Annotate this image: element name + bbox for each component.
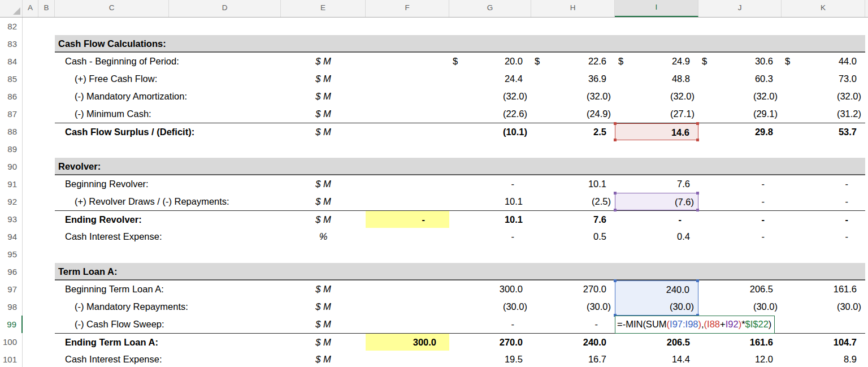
input-cell-F100[interactable]: 300.0 <box>366 334 449 351</box>
cell-C101-label[interactable]: Cash Interest Expense: <box>55 351 281 367</box>
cell-K87[interactable]: (31.2) <box>782 105 865 123</box>
cells-AB-101[interactable] <box>23 351 55 367</box>
cells-AB-96[interactable] <box>23 263 55 280</box>
cell-F99[interactable] <box>366 316 449 333</box>
cell-H99[interactable]: - <box>531 316 615 333</box>
row-header-87[interactable]: 87 <box>0 105 23 123</box>
select-all-button[interactable] <box>0 0 23 17</box>
cell-E87-unit[interactable]: $ M <box>281 105 366 123</box>
col-header-D[interactable]: D <box>169 0 281 17</box>
cells-AB-92[interactable] <box>23 193 55 210</box>
cells-AB-94[interactable] <box>23 228 55 245</box>
cell-I92[interactable]: (7.6) <box>615 193 698 210</box>
cell-F84[interactable] <box>366 53 449 70</box>
cell-H88[interactable]: 2.5 <box>531 123 615 140</box>
cell-J97[interactable]: 206.5 <box>698 280 782 298</box>
cell-H94[interactable]: 0.5 <box>531 228 615 245</box>
cell-K85[interactable]: 73.0 <box>782 70 865 88</box>
cell-E101-unit[interactable]: $ M <box>281 351 366 367</box>
cell-H101[interactable]: 16.7 <box>531 351 615 367</box>
cells-AB-85[interactable] <box>23 70 55 88</box>
cell-E86-unit[interactable]: $ M <box>281 88 366 105</box>
cell-I93[interactable]: - <box>615 211 698 228</box>
cell-C97-label[interactable]: Beginning Term Loan A: <box>55 280 281 298</box>
cell-G99[interactable]: - <box>449 316 531 333</box>
col-header-H[interactable]: H <box>531 0 615 17</box>
cell-I87[interactable]: (27.1) <box>615 105 698 123</box>
cell-G100[interactable]: 270.0 <box>449 334 531 351</box>
cell-I98[interactable]: (30.0) <box>615 298 698 316</box>
cell-C100-label[interactable]: Ending Term Loan A: <box>55 334 281 351</box>
cell-C92-label[interactable]: (+) Revolver Draws / (-) Repayments: <box>55 193 281 210</box>
col-header-E[interactable]: E <box>281 0 366 17</box>
cell-J91[interactable]: - <box>698 175 782 193</box>
cell-I91[interactable]: 7.6 <box>615 175 698 193</box>
cell-G88[interactable]: (10.1) <box>449 123 531 140</box>
col-header-G[interactable]: G <box>449 0 531 17</box>
cells-AB-82[interactable] <box>23 18 55 35</box>
col-header-K[interactable]: K <box>782 0 865 17</box>
col-header-B[interactable]: B <box>38 0 55 17</box>
cell-K84[interactable]: $44.0 <box>782 53 865 70</box>
cell-C99-label[interactable]: (-) Cash Flow Sweep: <box>55 316 281 333</box>
input-cell-F93[interactable]: - <box>366 211 449 228</box>
cells-AB-91[interactable] <box>23 175 55 193</box>
cell-J100[interactable]: 161.6 <box>698 334 782 351</box>
cell-I94[interactable]: 0.4 <box>615 228 698 245</box>
cell-K86[interactable]: (32.0) <box>782 88 865 105</box>
col-header-A[interactable]: A <box>23 0 38 17</box>
cell-K97[interactable]: 161.6 <box>782 280 865 298</box>
cell-J85[interactable]: 60.3 <box>698 70 782 88</box>
cell-E94-unit[interactable]: % <box>281 228 366 245</box>
cell-I88[interactable]: 14.6 <box>615 123 698 140</box>
cell-G87[interactable]: (22.6) <box>449 105 531 123</box>
cell-F101[interactable] <box>366 351 449 367</box>
cell-F85[interactable] <box>366 70 449 88</box>
cell-K98[interactable]: (30.0) <box>782 298 865 316</box>
cell-J84[interactable]: $30.6 <box>698 53 782 70</box>
cells-AB-83[interactable] <box>23 35 55 53</box>
row-header-86[interactable]: 86 <box>0 88 23 105</box>
cell-E100-unit[interactable]: $ M <box>281 334 366 351</box>
cell-J87[interactable]: (29.1) <box>698 105 782 123</box>
cell-C88-label[interactable]: Cash Flow Surplus / (Deficit): <box>55 123 281 140</box>
row-header-89[interactable]: 89 <box>0 140 23 158</box>
row-header-88[interactable]: 88 <box>0 123 23 140</box>
cell-G97[interactable]: 300.0 <box>449 280 531 298</box>
cell-I101[interactable]: 14.4 <box>615 351 698 367</box>
cell-G91[interactable]: - <box>449 175 531 193</box>
cell-G84[interactable]: $20.0 <box>449 53 531 70</box>
cell-J93[interactable]: - <box>698 211 782 228</box>
cell-E92-unit[interactable]: $ M <box>281 193 366 210</box>
cell-G93[interactable]: 10.1 <box>449 211 531 228</box>
cell-I84[interactable]: $24.9 <box>615 53 698 70</box>
cell-F88[interactable] <box>366 123 449 140</box>
cell-C84-label[interactable]: Cash - Beginning of Period: <box>55 53 281 70</box>
cell-E91-unit[interactable]: $ M <box>281 175 366 193</box>
cell-H100[interactable]: 240.0 <box>531 334 615 351</box>
cell-E99-unit[interactable]: $ M <box>281 316 366 333</box>
cells-AB-97[interactable] <box>23 280 55 298</box>
cell-C94-label[interactable]: Cash Interest Expense: <box>55 228 281 245</box>
cell-E93-unit[interactable]: $ M <box>281 211 366 228</box>
col-header-I[interactable]: I <box>615 0 698 17</box>
cell-J86[interactable]: (32.0) <box>698 88 782 105</box>
section-header-cell-C90[interactable]: Revolver: <box>55 158 865 175</box>
cells-AB-87[interactable] <box>23 105 55 123</box>
row-header-95[interactable]: 95 <box>0 245 23 263</box>
cell-C98-label[interactable]: (-) Mandatory Repayments: <box>55 298 281 316</box>
cell-C86-label[interactable]: (-) Mandatory Amortization: <box>55 88 281 105</box>
cell-K101[interactable]: 8.9 <box>782 351 865 367</box>
cell-H84[interactable]: $22.6 <box>531 53 615 70</box>
row-header-99[interactable]: 99 <box>0 316 23 333</box>
row-header-92[interactable]: 92 <box>0 193 23 210</box>
cell-C91-label[interactable]: Beginning Revolver: <box>55 175 281 193</box>
cell-C85-label[interactable]: (+) Free Cash Flow: <box>55 70 281 88</box>
cell-J92[interactable]: - <box>698 193 782 210</box>
cells-AB-90[interactable] <box>23 158 55 175</box>
cell-G94[interactable]: - <box>449 228 531 245</box>
cell-H98[interactable]: (30.0) <box>531 298 615 316</box>
formula-edit-box[interactable]: =-MIN(SUM(I97:I98),(I88+I92)*$I$22) <box>615 316 775 334</box>
cells-AB-99[interactable] <box>23 316 55 333</box>
cell-E88-unit[interactable]: $ M <box>281 123 366 140</box>
